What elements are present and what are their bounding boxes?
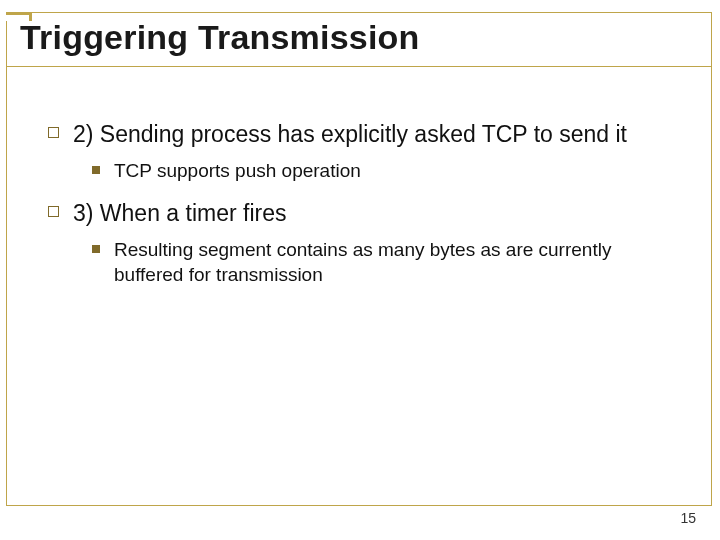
page-number: 15 [680,510,696,526]
list-item-text: 3) When a timer fires [73,199,286,228]
hollow-square-bullet-icon [48,127,59,138]
list-subitem: Resulting segment contains as many bytes… [92,238,668,287]
list-subitem: TCP supports push operation [92,159,668,184]
list-item-text: 2) Sending process has explicitly asked … [73,120,627,149]
title-underline [6,66,712,67]
list-item: 2) Sending process has explicitly asked … [48,120,668,149]
list-item: 3) When a timer fires [48,199,668,228]
list-subitem-text: TCP supports push operation [114,159,361,184]
slide: Triggering Transmission 2) Sending proce… [0,0,720,540]
hollow-square-bullet-icon [48,206,59,217]
solid-square-bullet-icon [92,245,100,253]
solid-square-bullet-icon [92,166,100,174]
slide-body: 2) Sending process has explicitly asked … [48,120,668,304]
slide-title: Triggering Transmission [16,18,423,57]
list-subitem-text: Resulting segment contains as many bytes… [114,238,668,287]
